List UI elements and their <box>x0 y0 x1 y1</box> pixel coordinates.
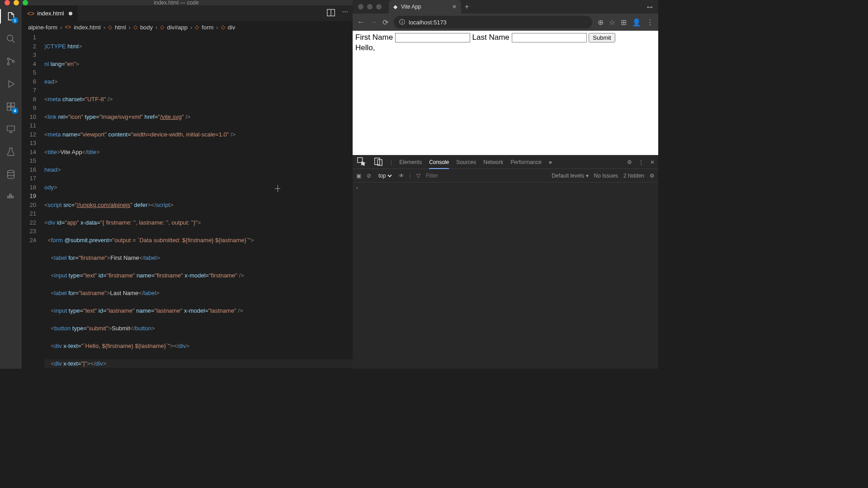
devtools-settings-icon[interactable]: ⚙ <box>627 159 632 165</box>
more-tabs-icon[interactable]: » <box>549 159 552 165</box>
svg-rect-4 <box>7 103 10 106</box>
svg-rect-5 <box>11 103 14 106</box>
bookmark-icon[interactable]: ☆ <box>609 18 615 27</box>
breadcrumbs[interactable]: alpine-form› <>index.html› ◇html› ◇body›… <box>22 21 353 33</box>
site-info-icon[interactable]: ⓘ <box>399 18 405 26</box>
split-editor-icon[interactable] <box>326 8 336 19</box>
svg-rect-12 <box>12 196 14 198</box>
favicon-icon: ◆ <box>393 4 397 10</box>
zoom-icon[interactable]: ⊕ <box>598 18 604 27</box>
svg-rect-8 <box>7 126 15 131</box>
database-icon[interactable] <box>5 168 17 181</box>
last-name-label: Last Name <box>472 33 509 42</box>
svg-rect-6 <box>7 107 10 110</box>
html-file-icon: <> <box>27 10 34 17</box>
line-gutter: 123456789101112131415161718192021222324 <box>22 33 44 369</box>
toggle-sidebar-icon[interactable]: ▣ <box>356 173 361 179</box>
svg-point-9 <box>8 170 14 173</box>
svg-point-1 <box>7 58 9 60</box>
log-levels-select[interactable]: Default levels ▾ <box>552 173 588 179</box>
close-icon[interactable] <box>5 0 10 5</box>
tab-label: index.html <box>37 10 64 17</box>
extensions-icon[interactable]: 4 <box>5 100 17 113</box>
browser-titlebar: ◆ Vite App ✕ + ⤢ <box>353 0 658 14</box>
menu-icon[interactable]: ⋮ <box>646 18 654 27</box>
tab-sources[interactable]: Sources <box>456 159 476 165</box>
web-page: First Name Last Name Submit Hello, <box>353 31 658 155</box>
live-expression-icon[interactable]: 👁 <box>399 173 404 179</box>
source-control-icon[interactable] <box>5 55 17 68</box>
activity-bar: 1 4 1 <box>0 5 22 369</box>
explorer-icon[interactable]: 1 <box>5 10 17 23</box>
code-content[interactable]: )CTYPE html> nl lang="en"> ead> <meta ch… <box>44 33 353 369</box>
profile-icon[interactable]: 👤 <box>632 18 641 27</box>
svg-rect-13 <box>9 194 11 196</box>
close-tab-icon[interactable]: ✕ <box>452 4 457 10</box>
tab-elements[interactable]: Elements <box>399 159 422 165</box>
code-editor[interactable]: 123456789101112131415161718192021222324 … <box>22 33 353 369</box>
extensions-puzzle-icon[interactable]: ⊞ <box>621 18 627 27</box>
tab-index-html[interactable]: <> index.html <box>22 5 78 21</box>
back-icon[interactable]: ← <box>357 18 364 26</box>
explorer-badge: 1 <box>12 17 18 23</box>
inspect-element-icon[interactable] <box>356 156 366 168</box>
hidden-count[interactable]: 2 hidden <box>623 173 644 179</box>
browser-tab-title: Vite App <box>401 4 421 10</box>
browser-window-controls[interactable] <box>358 4 382 9</box>
editor-tabs: <> index.html ··· <box>22 5 353 21</box>
dirty-indicator-icon <box>69 12 72 15</box>
filter-icon: ▽ <box>416 173 420 179</box>
first-name-label: First Name <box>355 33 393 42</box>
console-toolbar: ▣ ⊘ top 👁 | ▽ Default levels ▾ No Issues… <box>353 169 658 183</box>
devtools-close-icon[interactable]: ✕ <box>650 159 655 165</box>
more-actions-icon[interactable]: ··· <box>342 8 348 19</box>
svg-point-0 <box>7 35 13 41</box>
svg-point-2 <box>7 63 9 65</box>
extensions-badge: 4 <box>12 108 18 114</box>
filter-input[interactable] <box>426 173 494 179</box>
submit-button[interactable]: Submit <box>589 33 615 42</box>
execution-context-select[interactable]: top <box>377 172 393 179</box>
last-name-input[interactable] <box>512 33 587 42</box>
docker-icon[interactable] <box>5 191 17 203</box>
first-name-input[interactable] <box>395 33 470 42</box>
expand-icon[interactable]: ⤢ <box>645 2 655 12</box>
clear-console-icon[interactable]: ⊘ <box>367 173 371 179</box>
svg-rect-10 <box>8 196 9 198</box>
maximize-icon[interactable] <box>23 0 28 5</box>
forward-icon[interactable]: → <box>370 18 377 26</box>
window-controls[interactable] <box>5 0 28 5</box>
console-settings-icon[interactable]: ⚙ <box>650 173 655 179</box>
greeting-output: Hello, <box>355 43 656 52</box>
tab-console[interactable]: Console <box>429 159 449 165</box>
device-toggle-icon[interactable] <box>373 156 383 168</box>
devtools-more-icon[interactable]: ⋮ <box>638 159 644 165</box>
tab-performance[interactable]: Performance <box>510 159 542 165</box>
url-text: localhost:5173 <box>409 19 447 26</box>
testing-icon[interactable] <box>5 145 17 158</box>
svg-rect-18 <box>375 158 380 165</box>
vscode-titlebar: index.html — code <box>0 0 353 5</box>
remote-explorer-icon[interactable] <box>5 123 17 136</box>
minimize-icon[interactable] <box>14 0 19 5</box>
search-icon[interactable] <box>5 33 17 45</box>
address-bar[interactable]: ⓘ localhost:5173 <box>394 16 592 28</box>
browser-tab[interactable]: ◆ Vite App ✕ <box>389 0 461 14</box>
tab-network[interactable]: Network <box>483 159 503 165</box>
svg-rect-11 <box>9 196 11 198</box>
devtools-panel: | Elements Console Sources Network Perfo… <box>353 155 658 369</box>
demo-form: First Name Last Name Submit Hello, <box>355 33 656 52</box>
reload-icon[interactable]: ⟳ <box>382 18 388 27</box>
console-prompt-icon: › <box>356 185 358 190</box>
browser-toolbar: ← → ⟳ ⓘ localhost:5173 ⊕ ☆ ⊞ 👤 ⋮ <box>353 14 658 31</box>
devtools-tabs: | Elements Console Sources Network Perfo… <box>353 155 658 169</box>
window-title: index.html — code <box>154 0 198 6</box>
issues-link[interactable]: No Issues <box>594 173 618 179</box>
run-debug-icon[interactable] <box>5 78 17 90</box>
new-tab-icon[interactable]: + <box>465 3 469 11</box>
console-body[interactable]: › <box>353 183 658 369</box>
